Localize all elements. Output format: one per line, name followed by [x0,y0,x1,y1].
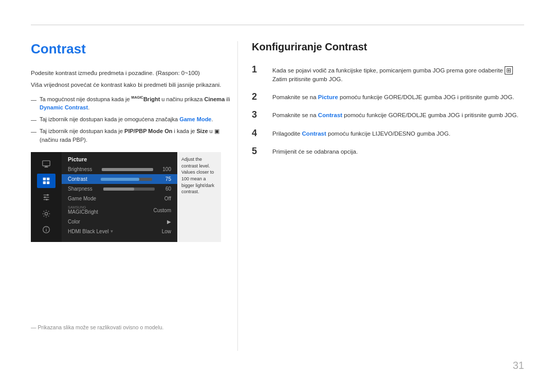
step-4-text: Prilagodite Contrast pomoću funkcije LIJ… [272,128,524,138]
hdmi-value: Low [162,229,171,234]
sharpness-fill [103,188,134,191]
section-title: Contrast [31,41,231,57]
sharpness-bar [103,188,155,191]
note1-suffix: ili [225,96,230,102]
sharpness-label: Sharpness [68,186,92,192]
note2-mode: Game Mode [179,116,211,122]
menu-main: Picture Brightness 100 Contrast 75 [62,152,177,242]
svg-point-12 [46,198,48,200]
menu-item-sharpness: Sharpness 60 [62,184,177,194]
step-2: 2 Pomaknite se na Picture pomoću funkcij… [252,91,524,103]
note1-prefix: Ta mogućnost nije dostupna kada je [40,96,132,102]
picture-icon [37,174,55,188]
step-1-number: 1 [252,64,267,76]
note1-end: . [88,104,89,110]
step-list: 1 Kada se pojavi vodič za funkcijske tip… [252,64,524,157]
step-5: 5 Primijenit će se odabrana opcija. [252,146,524,157]
svg-point-13 [45,212,47,215]
page-number: 31 [513,360,524,371]
right-section: Konfiguriranje Contrast 1 Kada se pojavi… [252,41,524,164]
step-2-number: 2 [252,91,267,103]
note1: ― Ta mogućnost nije dostupna kada je MAG… [31,95,231,112]
note1-magic: MAGIC [132,96,143,99]
svg-point-10 [47,194,49,196]
note3-end: (načinu rada PBP). [40,137,87,143]
gamemode-value: Off [164,196,171,201]
note2: ― Taj izbornik nije dostupan kada je omo… [31,115,231,124]
brightness-label: Brightness [68,166,92,172]
step-5-text: Primijenit će se odabrana opcija. [272,146,524,156]
step-1-text: Kada se pojavi vodič za funkcijske tipke… [272,64,524,84]
svg-rect-6 [47,181,49,184]
tooltip-box: Adjust the contrast level. Values closer… [177,152,221,242]
note1-dynamic: Dynamic Contrast [40,104,88,110]
menu-item-color: Color ▶ [62,217,177,227]
contrast-bar [101,178,152,181]
step-2-text: Pomaknite se na Picture pomoću funkcije … [272,91,524,102]
step-5-number: 5 [252,146,267,157]
menu-item-gamemode: Game Mode Off [62,194,177,203]
menu-item-contrast: Contrast 75 [62,174,177,184]
menu-header: Picture [62,152,177,164]
monitor-icon [37,157,55,172]
note3-mid: i kada je [172,128,196,134]
note2-end: . [211,116,213,122]
desc2: Viša vrijednost povećat će kontrast kako… [31,80,231,89]
svg-rect-4 [47,178,49,180]
desc1: Podesite kontrast između predmeta i poza… [31,68,231,78]
menu-item-magicbright: SAMSUNG MAGICBright Custom [62,203,177,217]
svg-rect-5 [43,181,46,184]
step-4-number: 4 [252,128,267,139]
svg-rect-0 [43,161,50,166]
step-4: 4 Prilagodite Contrast pomoću funkcije L… [252,128,524,139]
svg-point-11 [44,196,46,198]
color-label: Color [68,219,80,225]
brightness-value: 100 [162,166,171,172]
note3-prefix: Taj izbornik nije dostupan kada je [40,128,124,134]
menu-item-hdmi: HDMI Black Level ▼ Low [62,227,177,236]
note3-pip: PIP/PBP Mode On [124,128,172,134]
contrast-value: 75 [165,176,171,182]
color-value: ▶ [167,219,171,225]
step-3: 3 Pomaknite se na Contrast pomoću funkci… [252,109,524,121]
step-3-number: 3 [252,109,267,121]
monitor-mockup: Picture Brightness 100 Contrast 75 [31,152,221,242]
note2-prefix: Taj izbornik nije dostupan kada je omogu… [40,116,179,122]
menu-item-brightness: Brightness 100 [62,164,177,174]
svg-point-16 [46,228,46,228]
note3-size: Size [197,128,208,134]
step-3-text: Pomaknite se na Contrast pomoću funkcije… [272,109,524,120]
adjust-icon [37,190,55,204]
sharpness-value: 60 [165,186,171,192]
info-icon [37,222,55,237]
gear-icon [37,207,55,221]
left-section: Contrast Podesite kontrast između predme… [31,41,231,242]
magicbright-value: Custom [154,208,171,213]
contrast-label: Contrast [68,176,87,182]
svg-rect-3 [43,178,46,180]
brightness-fill [102,168,153,171]
step-1: 1 Kada se pojavi vodič za funkcijske tip… [252,64,524,84]
menu-sidebar [31,152,62,242]
hdmi-label: HDMI Black Level [68,229,108,234]
note1-cinema: Cinema [205,96,225,102]
magicbright-label: SAMSUNG MAGICBright [68,206,98,215]
gamemode-label: Game Mode [68,196,96,201]
note1-mid: u načinu prikaza [160,96,204,102]
note3-icon: ▣ [214,128,219,134]
brightness-bar [102,168,153,171]
vertical-divider [237,41,238,351]
tooltip-text: Adjust the contrast level. Values closer… [181,157,214,194]
right-title: Konfiguriranje Contrast [252,41,524,53]
footer-note: ― Prikazana slika može se razlikovati ov… [31,324,164,330]
note3-suffix: u [208,128,214,134]
note1-bright: Bright [143,96,160,102]
note3: ― Taj izbornik nije dostupan kada je PIP… [31,127,231,144]
contrast-fill [101,178,139,181]
